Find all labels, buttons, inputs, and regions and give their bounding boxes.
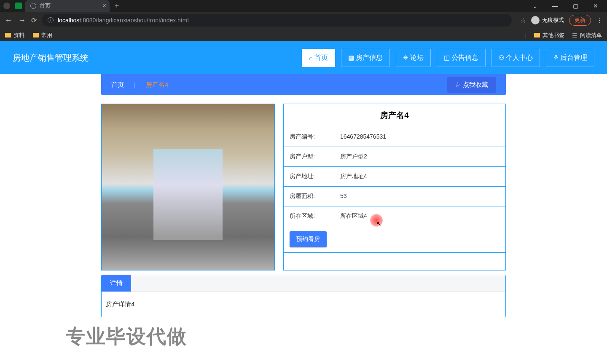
- addr-label: 房产地址:: [290, 173, 340, 180]
- nav-home[interactable]: ⌂ 首页: [302, 49, 335, 67]
- reading-list[interactable]: ☰ 阅读清单: [572, 32, 602, 39]
- nav-admin[interactable]: ⚘ 后台管理: [546, 49, 594, 67]
- update-button[interactable]: 更新: [569, 15, 591, 26]
- code-value: 16467285476531: [340, 133, 500, 141]
- browser-tab[interactable]: 首页 ×: [25, 0, 110, 12]
- detail-content: 房产详情4: [102, 292, 505, 317]
- globe-icon: [30, 3, 36, 9]
- info-row-type: 房产户型: 房产户型2: [284, 147, 505, 167]
- system-tab-icon-2[interactable]: [15, 3, 22, 9]
- nav-profile[interactable]: ⚇ 个人中心: [492, 49, 540, 67]
- close-tab-icon[interactable]: ×: [102, 2, 106, 10]
- browser-chrome: 首页 × + ⌄ — ▢ ✕ ← → ⟳ i localhost:8080/fa…: [0, 0, 607, 41]
- maximize-icon[interactable]: ▢: [569, 3, 582, 9]
- close-window-icon[interactable]: ✕: [589, 3, 602, 9]
- home-icon: ⌂: [309, 54, 313, 62]
- folder-icon: [33, 33, 39, 37]
- reserve-button[interactable]: 预约看房: [290, 231, 327, 247]
- chevron-down-icon[interactable]: ⌄: [529, 3, 541, 9]
- property-photo: [101, 104, 275, 270]
- system-tab-icon-1[interactable]: [3, 3, 10, 9]
- top-navigation: 房地产销售管理系统 ⌂ 首页 ▦ 房产信息 ✳ 论坛 ◫ 公告信息 ⚇ 个人中心: [0, 41, 607, 74]
- reload-button[interactable]: ⟳: [31, 16, 37, 24]
- breadcrumb-home[interactable]: 首页: [111, 81, 124, 89]
- property-info-panel: 房产名4 房产编号: 16467285476531 房产户型: 房产户型2 房产…: [283, 104, 506, 270]
- bookmark-star-icon[interactable]: ☆: [520, 16, 526, 24]
- type-value: 房产户型2: [340, 153, 500, 161]
- minimize-icon[interactable]: —: [549, 3, 561, 9]
- tab-detail[interactable]: 详情: [102, 275, 131, 292]
- url-input[interactable]: i localhost:8080/fangdicanxiaoshou/front…: [42, 14, 512, 27]
- url-path: :8080/fangdicanxiaoshou/front/index.html: [81, 17, 188, 24]
- bookmark-icon: ◫: [444, 54, 450, 62]
- folder-icon: [5, 33, 11, 37]
- info-row-code: 房产编号: 16467285476531: [284, 127, 505, 147]
- breadcrumb-current: 房产名4: [146, 81, 168, 89]
- type-label: 房产户型:: [290, 153, 340, 161]
- tabs-header: 详情: [102, 275, 505, 292]
- incognito-indicator[interactable]: 无痕模式: [531, 16, 564, 24]
- bookmark-folder-1[interactable]: 资料: [5, 32, 24, 39]
- list-icon: ☰: [572, 32, 577, 39]
- link-icon: ⚘: [553, 54, 559, 62]
- area-value: 53: [340, 193, 500, 200]
- info-row-addr: 房产地址: 房产地址4: [284, 167, 505, 187]
- tab-bar: 首页 × + ⌄ — ▢ ✕: [0, 0, 607, 12]
- nav-property[interactable]: ▦ 房产信息: [341, 49, 390, 67]
- address-bar: ← → ⟳ i localhost:8080/fangdicanxiaoshou…: [0, 12, 607, 29]
- new-tab-button[interactable]: +: [110, 2, 124, 11]
- site-info-icon[interactable]: i: [48, 17, 54, 23]
- back-button[interactable]: ←: [4, 16, 13, 25]
- tab-title: 首页: [40, 2, 51, 10]
- folder-icon: [534, 33, 540, 37]
- info-row-region: 所在区域: 所在区域4: [284, 206, 505, 226]
- grid-icon: ▦: [348, 54, 354, 62]
- user-icon: ⚇: [499, 54, 504, 62]
- breadcrumb: 首页 | 房产名4 ☆ 点我收藏: [101, 74, 506, 95]
- browser-menu-icon[interactable]: ⋮: [596, 16, 603, 24]
- page-content: 房地产销售管理系统 ⌂ 首页 ▦ 房产信息 ✳ 论坛 ◫ 公告信息 ⚇ 个人中心: [0, 41, 607, 364]
- forward-button[interactable]: →: [18, 16, 26, 25]
- other-bookmarks[interactable]: 其他书签: [534, 32, 564, 39]
- nav-forum[interactable]: ✳ 论坛: [396, 49, 431, 67]
- region-label: 所在区域:: [290, 212, 340, 220]
- star-icon: ☆: [455, 81, 460, 88]
- property-title: 房产名4: [284, 104, 505, 127]
- region-value: 所在区域4: [340, 212, 500, 220]
- info-row-area: 房屋面积: 53: [284, 187, 505, 206]
- site-logo: 房地产销售管理系统: [13, 52, 89, 64]
- bookmark-folder-2[interactable]: 常用: [33, 32, 52, 39]
- asterisk-icon: ✳: [403, 54, 408, 62]
- favorite-button[interactable]: ☆ 点我收藏: [447, 77, 496, 93]
- area-label: 房屋面积:: [290, 193, 340, 200]
- url-host: localhost: [58, 17, 81, 24]
- addr-value: 房产地址4: [340, 173, 500, 180]
- bookmarks-bar: 资料 常用 | 其他书签 ☰ 阅读清单: [0, 29, 607, 41]
- watermark-text: 专业毕设代做: [66, 324, 187, 350]
- nav-notice[interactable]: ◫ 公告信息: [437, 49, 486, 67]
- detail-tabs-panel: 详情 房产详情4: [101, 275, 506, 317]
- incognito-icon: [531, 16, 540, 24]
- code-label: 房产编号:: [290, 133, 340, 141]
- breadcrumb-separator: |: [134, 81, 136, 88]
